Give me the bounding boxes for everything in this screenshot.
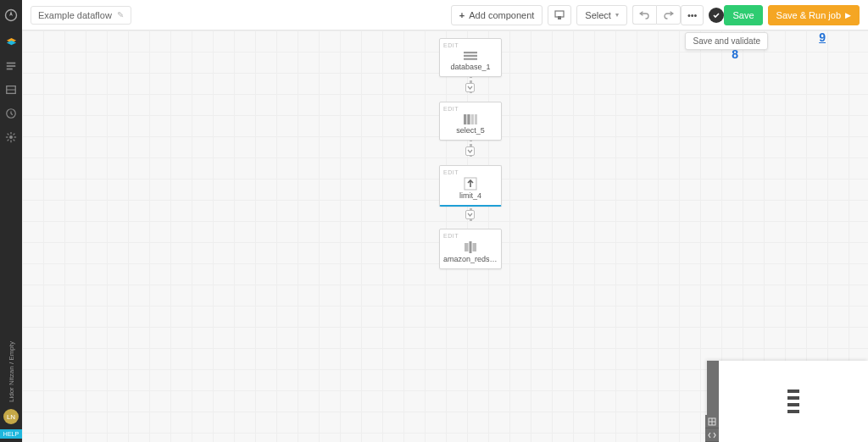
svg-rect-1 (7, 63, 16, 64)
left-rail: Lidor Nitzan / Empty LN HELP (0, 0, 22, 442)
select-dropdown[interactable]: Select ▾ (576, 5, 627, 25)
svg-rect-23 (471, 114, 474, 124)
annotation-8: 8 (732, 47, 738, 61)
nav-history-icon[interactable] (3, 105, 19, 122)
svg-rect-3 (7, 69, 13, 70)
avatar[interactable]: LN (3, 409, 19, 424)
page-title: Example dataflow (38, 10, 112, 20)
undo-redo-group (632, 5, 681, 25)
check-icon (712, 11, 721, 19)
top-bar: Example dataflow ✎ + Add component Selec… (22, 0, 868, 30)
status-indicator[interactable] (709, 8, 724, 23)
layout-icon-button[interactable] (548, 5, 571, 25)
svg-rect-17 (558, 16, 561, 19)
annotation-9: 9 (819, 30, 826, 44)
svg-rect-28 (473, 243, 477, 251)
redo-button[interactable] (656, 5, 681, 25)
panel-toggle-code-icon[interactable] (705, 428, 719, 442)
help-button[interactable]: HELP (0, 429, 22, 439)
svg-rect-26 (465, 243, 469, 251)
svg-rect-19 (464, 55, 477, 57)
layout-icon (554, 10, 565, 20)
panel-menu-icon[interactable] (787, 390, 799, 413)
node-edit-tag[interactable]: EDIT (443, 233, 498, 239)
svg-rect-20 (464, 58, 477, 60)
svg-rect-24 (475, 114, 477, 124)
save-run-label: Save & Run job (776, 10, 841, 20)
bottom-panel[interactable] (707, 361, 868, 442)
undo-icon (639, 10, 650, 19)
database-icon (443, 50, 498, 62)
edge-port[interactable] (465, 83, 475, 92)
select-label: Select (585, 10, 611, 20)
node-limit_4[interactable]: EDIT limit_4 (439, 165, 502, 207)
svg-rect-2 (7, 65, 16, 67)
save-run-button[interactable]: Save & Run job ▶ (768, 5, 860, 25)
user-name-label: Lidor Nitzan / Empty (8, 341, 15, 402)
node-edit-tag[interactable]: EDIT (443, 169, 498, 175)
node-label: amazon_redshift .. (443, 255, 498, 263)
node-database_1[interactable]: EDIT database_1 (439, 38, 502, 77)
svg-line-14 (8, 140, 9, 141)
svg-rect-21 (464, 114, 466, 124)
redo-icon (663, 10, 674, 19)
node-amazon_redshift[interactable]: EDIT amazon_redshift .. (439, 229, 502, 269)
more-menu-button[interactable]: ••• (681, 5, 704, 25)
svg-rect-18 (464, 52, 477, 53)
chevron-down-icon: ▾ (615, 11, 619, 19)
node-edit-tag[interactable]: EDIT (443, 106, 498, 112)
app-logo-icon (3, 7, 19, 24)
dataflow-title-input[interactable]: Example dataflow ✎ (31, 6, 131, 25)
node-label: database_1 (443, 63, 498, 71)
svg-point-7 (9, 135, 13, 139)
edge-port[interactable] (465, 146, 475, 156)
svg-rect-16 (555, 11, 564, 17)
panel-side-controls (705, 415, 719, 442)
node-edit-tag[interactable]: EDIT (443, 42, 498, 48)
svg-rect-22 (467, 114, 470, 124)
svg-line-15 (14, 134, 15, 135)
pencil-icon: ✎ (117, 10, 124, 19)
plus-icon: + (459, 10, 465, 20)
node-label: select_5 (443, 126, 498, 135)
nav-list-icon[interactable] (3, 58, 19, 75)
play-icon: ▶ (845, 11, 851, 19)
node-label: limit_4 (443, 191, 498, 200)
select-icon (443, 113, 498, 125)
svg-line-13 (14, 140, 15, 141)
edge-port[interactable] (465, 210, 475, 219)
nav-layers-icon[interactable] (3, 34, 19, 51)
nav-grid-icon[interactable] (3, 81, 19, 98)
undo-button[interactable] (632, 5, 656, 25)
redshift-icon (443, 240, 498, 254)
svg-rect-27 (470, 241, 472, 253)
limit-icon (443, 177, 498, 191)
nav-settings-icon[interactable] (3, 129, 19, 146)
add-component-button[interactable]: + Add component (451, 5, 543, 25)
save-validate-tooltip: Save and validate (685, 32, 768, 50)
panel-toggle-table-icon[interactable] (705, 415, 719, 428)
save-button[interactable]: Save (724, 5, 762, 25)
svg-line-12 (8, 134, 9, 135)
add-component-label: Add component (469, 10, 534, 20)
more-icon: ••• (687, 10, 698, 20)
node-select_5[interactable]: EDIT select_5 (439, 102, 502, 141)
